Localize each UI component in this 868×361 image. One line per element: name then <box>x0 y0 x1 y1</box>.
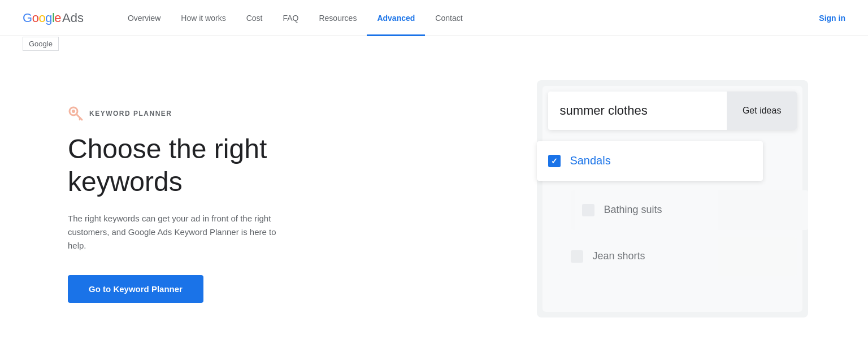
google-logo: Google <box>23 11 61 25</box>
section-label-text: KEYWORD PLANNER <box>89 110 172 118</box>
nav-overview[interactable]: Overview <box>118 0 171 36</box>
suggestion-bathing-suits[interactable]: Bathing suits <box>571 190 808 230</box>
suggestion-sandals[interactable]: Sandals <box>537 141 763 181</box>
nav-contact[interactable]: Contact <box>425 0 472 36</box>
get-ideas-button[interactable]: Get ideas <box>727 92 797 130</box>
svg-point-3 <box>72 110 75 113</box>
main-content: KEYWORD PLANNER Choose the right keyword… <box>0 36 868 361</box>
suggestion-bathing-suits-label: Bathing suits <box>604 204 662 216</box>
suggestion-jean-shorts-label: Jean shorts <box>592 250 645 262</box>
logo: Google Ads <box>23 11 84 25</box>
nav-resources[interactable]: Resources <box>309 0 367 36</box>
nav-how-it-works[interactable]: How it works <box>171 0 236 36</box>
right-panel: summer clothes Get ideas Sandals Bathing… <box>478 36 868 361</box>
key-icon <box>68 106 84 121</box>
checkbox-jean-shorts[interactable] <box>571 250 583 263</box>
go-to-keyword-planner-button[interactable]: Go to Keyword Planner <box>68 275 203 303</box>
header: Google Ads Overview How it works Cost FA… <box>0 0 868 36</box>
left-panel: KEYWORD PLANNER Choose the right keyword… <box>0 36 478 361</box>
search-ui-mockup: summer clothes Get ideas Sandals Bathing… <box>537 80 808 317</box>
description-text: The right keywords can get your ad in fr… <box>68 212 283 253</box>
nav-faq[interactable]: FAQ <box>272 0 309 36</box>
main-nav: Overview How it works Cost FAQ Resources… <box>118 0 819 36</box>
search-bar[interactable]: summer clothes Get ideas <box>548 92 797 130</box>
nav-cost[interactable]: Cost <box>236 0 273 36</box>
ads-logo-text: Ads <box>62 11 84 25</box>
suggestion-jean-shorts[interactable]: Jean shorts <box>559 237 797 276</box>
main-heading: Choose the right keywords <box>68 133 444 198</box>
section-label-area: KEYWORD PLANNER <box>68 106 444 121</box>
search-input[interactable]: summer clothes <box>548 92 727 130</box>
nav-advanced[interactable]: Advanced <box>367 0 425 36</box>
suggestion-sandals-label: Sandals <box>570 154 610 167</box>
sign-in-button[interactable]: Sign in <box>819 14 845 23</box>
checkbox-sandals[interactable] <box>548 155 561 167</box>
checkbox-bathing-suits[interactable] <box>582 204 594 216</box>
